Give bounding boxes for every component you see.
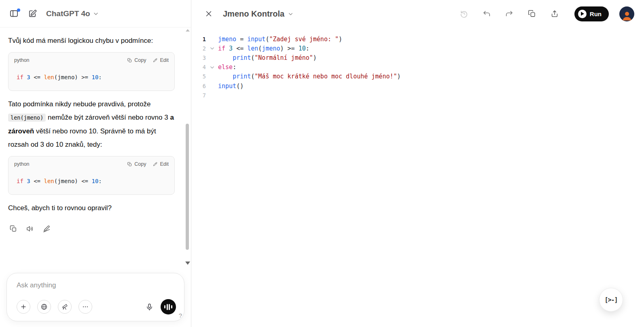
- code-language-label: python: [14, 161, 30, 167]
- share-button[interactable]: [549, 8, 560, 19]
- code-line-content[interactable]: jmeno = input("Zadej své jméno: "): [218, 36, 342, 43]
- sidebar-toggle-button[interactable]: [6, 6, 22, 22]
- microphone-icon: [145, 303, 154, 311]
- scroll-up-arrow-icon[interactable]: [186, 29, 190, 32]
- composer[interactable]: [6, 273, 184, 321]
- share-upload-icon: [550, 9, 559, 18]
- line-number: 3: [191, 55, 206, 61]
- chevron-down-icon: [210, 65, 215, 70]
- line-number: 1: [191, 36, 206, 42]
- version-history-button[interactable]: [459, 8, 469, 19]
- telescope-icon: [61, 303, 68, 310]
- fold-toggle[interactable]: [206, 46, 218, 51]
- model-selector[interactable]: ChatGPT 4o: [46, 9, 99, 18]
- canvas-actions: Run: [459, 6, 634, 21]
- notification-dot: [17, 8, 20, 12]
- copy-label: Copy: [134, 161, 146, 167]
- line-number: 4: [191, 64, 206, 70]
- model-label: ChatGPT 4o: [46, 9, 90, 18]
- canvas-title-dropdown[interactable]: Jmeno Kontrola: [223, 9, 294, 19]
- chevron-down-icon: [210, 46, 215, 51]
- editor-line-7[interactable]: 7: [191, 91, 644, 100]
- code-line-content[interactable]: print("Máš moc krátké nebo moc dlouhé jm…: [218, 73, 401, 80]
- code-block: python Copy Edit if 3 <= len(jmeno) >= 1…: [8, 52, 175, 91]
- redo-button[interactable]: [504, 8, 515, 19]
- code-block: python Copy Edit if 3 <= len(jmeno) <= 1…: [8, 156, 175, 195]
- play-icon: [578, 10, 587, 18]
- code-block-header: python Copy Edit: [8, 156, 174, 171]
- canvas-panel: Jmeno Kontrola: [191, 0, 644, 327]
- edit-icon: [153, 58, 158, 63]
- editor-line-2[interactable]: 2if 3 <= len(jmeno) >= 10:: [191, 44, 644, 53]
- edit-code-button[interactable]: Edit: [153, 161, 169, 167]
- redo-icon: [505, 9, 514, 18]
- history-icon: [460, 9, 468, 18]
- more-options-button[interactable]: [78, 300, 92, 314]
- canvas-title: Jmeno Kontrola: [223, 9, 284, 19]
- copy-canvas-button[interactable]: [527, 8, 537, 19]
- code-block-header: python Copy Edit: [8, 53, 174, 67]
- editor-line-1[interactable]: 1jmeno = input("Zadej své jméno: "): [191, 34, 644, 44]
- code-block-actions: Copy Edit: [127, 57, 169, 63]
- code-line-content[interactable]: else:: [218, 63, 236, 71]
- chat-panel: ChatGPT 4o Tvůj kód má menší logickou ch…: [0, 0, 191, 327]
- scroll-down-arrow-icon[interactable]: [185, 262, 190, 265]
- edit-message-button[interactable]: [41, 224, 52, 234]
- chat-header: ChatGPT 4o: [0, 0, 191, 27]
- editor-line-5[interactable]: 5 print("Máš moc krátké nebo moc dlouhé …: [191, 72, 644, 81]
- edit-label: Edit: [160, 161, 169, 167]
- copy-label: Copy: [134, 57, 146, 63]
- code-language-label: python: [14, 57, 30, 63]
- run-button[interactable]: Run: [574, 6, 609, 21]
- voice-mode-button[interactable]: [161, 299, 176, 314]
- copy-icon: [527, 9, 536, 18]
- code-line-content[interactable]: if 3 <= len(jmeno) >= 10:: [218, 45, 309, 52]
- plus-icon: [20, 303, 27, 310]
- copy-message-button[interactable]: [8, 224, 19, 234]
- console-toggle-button[interactable]: [>-]: [599, 288, 623, 312]
- code-content[interactable]: if 3 <= len(jmeno) <= 10:: [8, 171, 174, 194]
- line-number: 5: [191, 73, 206, 80]
- close-canvas-button[interactable]: [202, 7, 216, 21]
- line-number: 6: [191, 83, 206, 89]
- attach-button[interactable]: [17, 300, 30, 314]
- edit-pen-icon: [42, 225, 51, 233]
- help-button[interactable]: ?: [179, 312, 182, 319]
- undo-icon: [482, 9, 491, 18]
- code-editor[interactable]: 1jmeno = input("Zadej své jméno: ")2if 3…: [191, 27, 644, 327]
- scrollbar-thumb[interactable]: [186, 124, 189, 250]
- line-number: 2: [191, 45, 206, 52]
- read-aloud-button[interactable]: [25, 224, 35, 234]
- code-line-content[interactable]: input(): [218, 82, 244, 90]
- copy-icon: [9, 225, 17, 233]
- edit-label: Edit: [160, 57, 169, 63]
- voice-waveform-icon: [164, 305, 165, 308]
- globe-icon: [40, 303, 48, 310]
- copy-code-button[interactable]: Copy: [127, 161, 146, 167]
- user-avatar[interactable]: [619, 6, 634, 21]
- web-search-button[interactable]: [37, 300, 51, 314]
- new-chat-button[interactable]: [24, 6, 40, 22]
- chatgpt-canvas-app: ChatGPT 4o Tvůj kód má menší logickou ch…: [0, 0, 644, 327]
- copy-code-button[interactable]: Copy: [127, 57, 146, 63]
- fold-toggle[interactable]: [206, 65, 218, 70]
- edit-icon: [153, 162, 158, 167]
- message-actions: [8, 224, 175, 234]
- deep-research-button[interactable]: [58, 300, 72, 314]
- line-number: 7: [191, 92, 206, 99]
- editor-line-3[interactable]: 3 print("Normální jméno"): [191, 53, 644, 62]
- composer-toolbar: [17, 299, 176, 314]
- composer-right-actions: [143, 299, 176, 314]
- chat-input[interactable]: [17, 281, 176, 289]
- chat-scrollbar[interactable]: [185, 28, 190, 266]
- undo-button[interactable]: [481, 8, 492, 19]
- pencil-square-icon: [28, 9, 37, 18]
- code-content[interactable]: if 3 <= len(jmeno) >= 10:: [8, 67, 174, 91]
- editor-line-4[interactable]: 4else:: [191, 63, 644, 72]
- edit-code-button[interactable]: Edit: [153, 57, 169, 63]
- dictate-button[interactable]: [143, 301, 155, 313]
- run-label: Run: [590, 11, 602, 17]
- editor-line-6[interactable]: 6input(): [191, 81, 644, 91]
- console-icon: [>-]: [604, 296, 617, 304]
- code-line-content[interactable]: print("Normální jméno"): [218, 54, 317, 61]
